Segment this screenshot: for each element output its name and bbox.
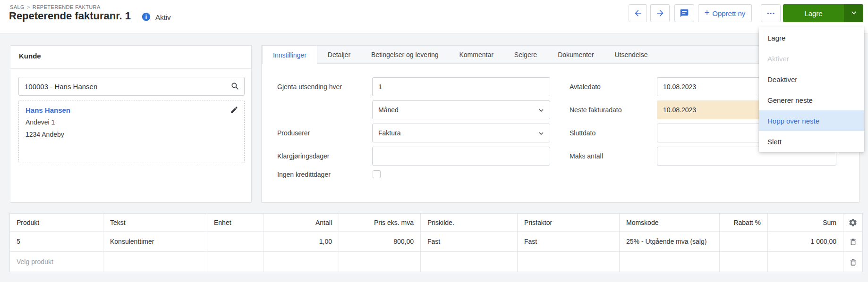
cell-prisfaktor[interactable] (518, 252, 620, 272)
cell-rabatt[interactable] (720, 232, 768, 252)
col-prisfaktor: Prisfaktor (518, 214, 620, 232)
chevron-down-icon (849, 8, 859, 19)
table-row: 5 Konsulenttimer 1,00 800,00 Fast Fast 2… (10, 232, 863, 252)
customer-card: Hans Hansen Andevei 1 1234 Andeby (18, 100, 245, 163)
cell-sum (768, 252, 843, 272)
col-sum: Sum (768, 214, 843, 232)
save-dropdown-toggle[interactable] (844, 4, 863, 22)
tab-detaljer[interactable]: Detaljer (317, 46, 361, 64)
cell-priskilde[interactable]: Fast (421, 232, 518, 252)
tab-selgere[interactable]: Selgere (504, 46, 547, 64)
ellipsis-icon: ••• (767, 10, 775, 16)
cell-delete (843, 232, 863, 252)
interval-unit-value: Måned (378, 106, 399, 114)
cell-pris-eks-mva[interactable] (339, 252, 421, 272)
plus-icon: + (705, 8, 710, 17)
menu-item-aktiver: Aktiver (759, 48, 864, 69)
label-maks-antall: Maks antall (570, 147, 603, 166)
trash-icon[interactable] (849, 257, 858, 266)
cell-tekst[interactable]: Konsulenttimer (103, 232, 207, 252)
tab-kommentar[interactable]: Kommentar (449, 46, 504, 64)
forward-button[interactable] (650, 4, 670, 22)
menu-item-deaktiver[interactable]: Deaktiver (759, 69, 864, 90)
cell-enhet[interactable] (207, 252, 264, 272)
cell-sum: 1 000,00 (768, 232, 843, 252)
info-icon[interactable] (142, 12, 151, 21)
col-produkt: Produkt (10, 214, 103, 232)
col-tekst: Tekst (103, 214, 207, 232)
col-priskilde: Priskilde. (421, 214, 518, 232)
menu-item-lagre[interactable]: Lagre (759, 27, 864, 48)
tab-dokumenter[interactable]: Dokumenter (547, 46, 604, 64)
create-new-label: Opprett ny (712, 9, 745, 17)
back-button[interactable] (629, 4, 647, 22)
trash-icon[interactable] (849, 237, 858, 246)
col-enhet: Enhet (207, 214, 264, 232)
menu-item-slett[interactable]: Slett (759, 131, 864, 152)
col-rabatt: Rabatt % (720, 214, 768, 232)
cell-prisfaktor[interactable]: Fast (518, 232, 620, 252)
customer-search-input[interactable] (18, 77, 245, 96)
klargjoringsdager-input[interactable] (372, 147, 550, 166)
status-text: Aktiv (155, 13, 171, 21)
chat-bubble-icon (680, 8, 689, 18)
tab-betingelser-og-levering[interactable]: Betingelser og levering (361, 46, 449, 64)
breadcrumb-current: REPETERENDE FAKTURA (33, 4, 101, 10)
menu-item-generer-neste[interactable]: Generer neste (759, 90, 864, 110)
save-dropdown-menu: Lagre Aktiver Deaktiver Generer neste Ho… (759, 27, 864, 152)
chevron-down-icon (537, 106, 545, 116)
label-produserer: Produserer (277, 124, 310, 142)
gjenta-utsending-hver-input[interactable] (372, 77, 550, 96)
chevron-down-icon (537, 129, 545, 139)
col-momskode: Momskode (620, 214, 720, 232)
breadcrumb-separator: > (27, 4, 30, 10)
cell-antall[interactable]: 1,00 (264, 232, 339, 252)
cell-pris-eks-mva[interactable]: 800,00 (339, 232, 421, 252)
customer-panel-title: Kunde (19, 52, 41, 60)
customer-address-line1: Andevei 1 (26, 118, 238, 126)
customer-address-line2: 1234 Andeby (26, 131, 238, 139)
customer-panel: Kunde Hans Hansen Andevei 1 1234 Andeby (10, 45, 252, 203)
page: SALG>REPETERENDE FAKTURA Repeterende fak… (0, 0, 868, 282)
col-settings (843, 214, 863, 232)
table-row-new: Velg produkt (10, 252, 863, 272)
cell-enhet[interactable] (207, 232, 264, 252)
label-klargjoringsdager: Klargjøringsdager (277, 147, 330, 166)
arrow-right-icon (655, 8, 665, 18)
cell-antall[interactable] (264, 252, 339, 272)
tab-innstillinger[interactable]: Innstillinger (262, 46, 317, 64)
breadcrumb-salg[interactable]: SALG (10, 4, 25, 10)
produserer-value: Faktura (378, 129, 400, 137)
page-header: SALG>REPETERENDE FAKTURA Repeterende fak… (0, 0, 868, 34)
tab-utsendelse[interactable]: Utsendelse (604, 46, 658, 64)
customer-name-link[interactable]: Hans Hansen (26, 106, 238, 114)
produserer-select[interactable]: Faktura (372, 124, 550, 142)
cell-momskode[interactable]: 25% - Utgående mva (salg) (620, 232, 720, 252)
breadcrumb: SALG>REPETERENDE FAKTURA (10, 4, 101, 10)
table-header-row: Produkt Tekst Enhet Antall Pris eks. mva… (10, 214, 863, 232)
gear-icon[interactable] (848, 218, 858, 227)
cell-velg-produkt[interactable]: Velg produkt (10, 252, 103, 272)
interval-unit-select[interactable]: Måned (372, 100, 550, 119)
label-avtaledato: Avtaledato (570, 77, 601, 96)
divider (10, 68, 251, 69)
col-antall: Antall (264, 214, 339, 232)
cell-momskode[interactable] (620, 252, 720, 272)
cell-produkt[interactable]: 5 (10, 232, 103, 252)
ingen-kredittdager-checkbox[interactable] (373, 170, 381, 178)
menu-item-hopp-over-neste[interactable]: Hopp over neste (759, 110, 864, 131)
label-ingen-kredittdager: Ingen kredittdager (277, 165, 331, 184)
create-new-button[interactable]: + Opprett ny (698, 4, 752, 22)
label-gjenta-utsending-hver: Gjenta utsending hver (277, 77, 342, 96)
cell-rabatt[interactable] (720, 252, 768, 272)
edit-customer-pencil-icon[interactable] (230, 106, 238, 116)
search-icon[interactable] (230, 82, 240, 93)
more-actions-button[interactable]: ••• (761, 4, 781, 22)
comment-button[interactable] (674, 4, 694, 22)
cell-delete (843, 252, 863, 272)
cell-tekst[interactable] (103, 252, 207, 272)
save-split-button[interactable]: Lagre (783, 4, 863, 22)
label-neste-fakturadato: Neste fakturadato (570, 100, 622, 119)
cell-priskilde[interactable] (421, 252, 518, 272)
save-button[interactable]: Lagre (783, 4, 844, 22)
